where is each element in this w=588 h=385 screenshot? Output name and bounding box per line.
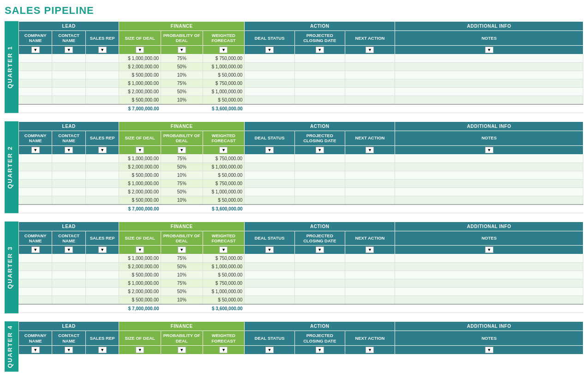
probability-cell: 75% — [161, 79, 203, 87]
salesrep-cell — [85, 271, 119, 279]
weighted-cell: $ 50,000.00 — [203, 96, 245, 104]
weighted-cell: $ 1,000,000.00 — [203, 263, 245, 271]
filter-dropdown-5[interactable]: ▼ — [219, 147, 228, 153]
probability-cell: 10% — [161, 96, 203, 104]
filter-cell-2: ▼ — [85, 246, 119, 254]
table-row: $ 1,000,000.00 75% $ 750,000.00 — [19, 154, 583, 162]
filter-dropdown-4[interactable]: ▼ — [178, 347, 186, 353]
weighted-cell: $ 1,000,000.00 — [203, 87, 245, 96]
salesrep-cell — [85, 96, 119, 104]
size-deal-cell: $ 2,000,000.00 — [119, 162, 161, 171]
notes-header: NOTES — [395, 331, 583, 346]
filter-dropdown-4[interactable]: ▼ — [178, 147, 186, 153]
weighted-cell: $ 1,000,000.00 — [203, 62, 245, 71]
filter-dropdown-5[interactable]: ▼ — [219, 47, 228, 53]
deal-status-cell — [245, 196, 295, 205]
next-action-cell — [345, 179, 395, 187]
quarter-4-label: QUARTER 4 — [5, 321, 18, 372]
filter-cell-8: ▼ — [345, 145, 395, 154]
projected-date-cell — [294, 54, 345, 62]
filter-dropdown-0[interactable]: ▼ — [31, 47, 40, 53]
filter-dropdown-1[interactable]: ▼ — [65, 347, 73, 353]
deal-status-cell — [245, 271, 295, 279]
notes-cell — [395, 196, 583, 205]
salesrep-cell — [85, 196, 119, 205]
contact-cell — [52, 263, 85, 271]
size-deal-cell: $ 1,000,000.00 — [119, 179, 161, 187]
filter-dropdown-3[interactable]: ▼ — [136, 47, 144, 53]
filter-dropdown-7[interactable]: ▼ — [316, 147, 324, 153]
filter-dropdown-9[interactable]: ▼ — [485, 247, 493, 253]
filter-dropdown-5[interactable]: ▼ — [219, 347, 228, 353]
size-deal-cell: $ 500,000.00 — [119, 71, 161, 79]
filter-dropdown-1[interactable]: ▼ — [65, 47, 73, 53]
filter-dropdown-6[interactable]: ▼ — [265, 47, 274, 53]
filter-dropdown-7[interactable]: ▼ — [316, 347, 324, 353]
filter-dropdown-5[interactable]: ▼ — [219, 247, 228, 253]
company-cell — [19, 87, 52, 96]
filter-dropdown-0[interactable]: ▼ — [31, 347, 40, 353]
lead-group-header: LEAD — [19, 322, 119, 331]
size-of-deal-header: SIZE OF DEAL — [119, 131, 161, 145]
next-action-cell — [345, 62, 395, 71]
probability-cell: 10% — [161, 71, 203, 79]
next-action-cell — [345, 288, 395, 296]
filter-dropdown-1[interactable]: ▼ — [65, 247, 73, 253]
filter-dropdown-3[interactable]: ▼ — [136, 347, 144, 353]
company-cell — [19, 96, 52, 104]
deal-status-header: DEAL STATUS — [245, 331, 295, 346]
probability-cell: 10% — [161, 296, 203, 305]
table-row: $ 500,000.00 10% $ 50,000.00 — [19, 196, 583, 205]
notes-cell — [395, 179, 583, 187]
notes-cell — [395, 288, 583, 296]
filter-dropdown-1[interactable]: ▼ — [65, 147, 73, 153]
filter-cell-3: ▼ — [119, 346, 161, 355]
filter-dropdown-7[interactable]: ▼ — [316, 47, 324, 53]
contact-cell — [52, 79, 85, 87]
weighted-cell: $ 50,000.00 — [203, 71, 245, 79]
filter-dropdown-8[interactable]: ▼ — [366, 47, 374, 53]
table-row: $ 500,000.00 10% $ 50,000.00 — [19, 296, 583, 305]
filter-dropdown-9[interactable]: ▼ — [485, 47, 493, 53]
company-cell — [19, 154, 52, 162]
finance-group-header: FINANCE — [119, 121, 245, 131]
size-deal-cell: $ 1,000,000.00 — [119, 154, 161, 162]
lead-group-header: LEAD — [19, 121, 119, 131]
filter-dropdown-2[interactable]: ▼ — [98, 247, 107, 253]
lead-group-header: LEAD — [19, 22, 119, 31]
notes-cell — [395, 62, 583, 71]
filter-dropdown-8[interactable]: ▼ — [366, 247, 374, 253]
table-row: $ 1,000,000.00 75% $ 750,000.00 — [19, 254, 583, 263]
filter-dropdown-4[interactable]: ▼ — [178, 47, 186, 53]
probability-cell: 10% — [161, 196, 203, 205]
filter-dropdown-6[interactable]: ▼ — [265, 147, 274, 153]
quarter-1-section: QUARTER 1 LEAD FINANCE ACTION ADDITIONAL… — [5, 21, 583, 113]
filter-cell-9: ▼ — [395, 145, 583, 154]
weighted-cell: $ 50,000.00 — [203, 296, 245, 305]
filter-dropdown-9[interactable]: ▼ — [485, 147, 493, 153]
filter-cell-5: ▼ — [203, 45, 245, 54]
filter-dropdown-2[interactable]: ▼ — [98, 147, 107, 153]
sales-rep-header: SALES REP — [85, 131, 119, 145]
filter-cell-3: ▼ — [119, 246, 161, 254]
deal-status-cell — [245, 171, 295, 179]
filter-dropdown-6[interactable]: ▼ — [265, 247, 274, 253]
filter-dropdown-8[interactable]: ▼ — [366, 347, 374, 353]
filter-dropdown-3[interactable]: ▼ — [136, 247, 144, 253]
weighted-cell: $ 50,000.00 — [203, 171, 245, 179]
filter-dropdown-0[interactable]: ▼ — [31, 147, 40, 153]
filter-dropdown-3[interactable]: ▼ — [136, 147, 144, 153]
filter-dropdown-8[interactable]: ▼ — [366, 147, 374, 153]
projected-date-cell — [294, 279, 345, 288]
filter-dropdown-7[interactable]: ▼ — [316, 247, 324, 253]
lead-group-header: LEAD — [19, 222, 119, 231]
filter-dropdown-2[interactable]: ▼ — [98, 347, 107, 353]
weighted-cell: $ 750,000.00 — [203, 279, 245, 288]
filter-dropdown-9[interactable]: ▼ — [485, 347, 493, 353]
filter-dropdown-0[interactable]: ▼ — [31, 247, 40, 253]
filter-dropdown-4[interactable]: ▼ — [178, 247, 186, 253]
filter-cell-0: ▼ — [19, 246, 52, 254]
filter-dropdown-2[interactable]: ▼ — [98, 47, 107, 53]
size-deal-cell: $ 2,000,000.00 — [119, 87, 161, 96]
filter-dropdown-6[interactable]: ▼ — [265, 347, 274, 353]
